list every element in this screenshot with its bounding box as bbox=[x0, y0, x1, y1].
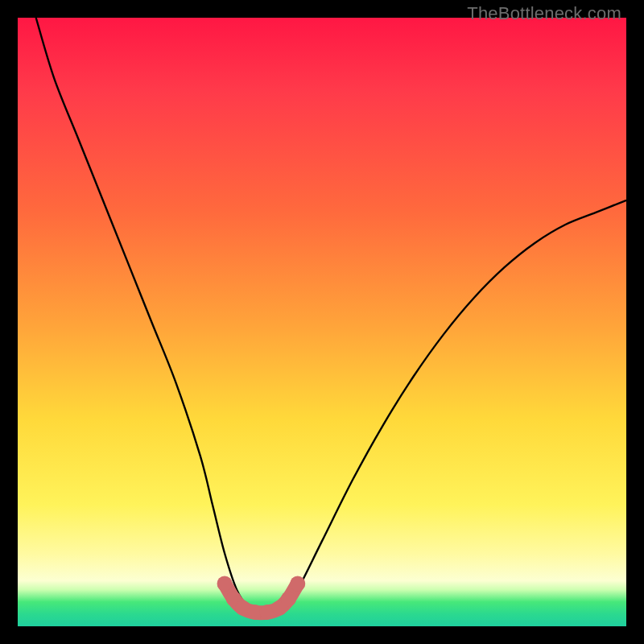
curve-path bbox=[36, 18, 626, 615]
watermark-text: TheBottleneck.com bbox=[467, 3, 621, 24]
trough-dots bbox=[217, 576, 306, 621]
trough-dot bbox=[217, 576, 233, 592]
bottleneck-curve bbox=[18, 18, 626, 626]
chart-frame: TheBottleneck.com bbox=[0, 0, 644, 644]
plot-area bbox=[18, 18, 626, 626]
trough-dot bbox=[281, 591, 296, 606]
trough-dot bbox=[290, 576, 305, 592]
